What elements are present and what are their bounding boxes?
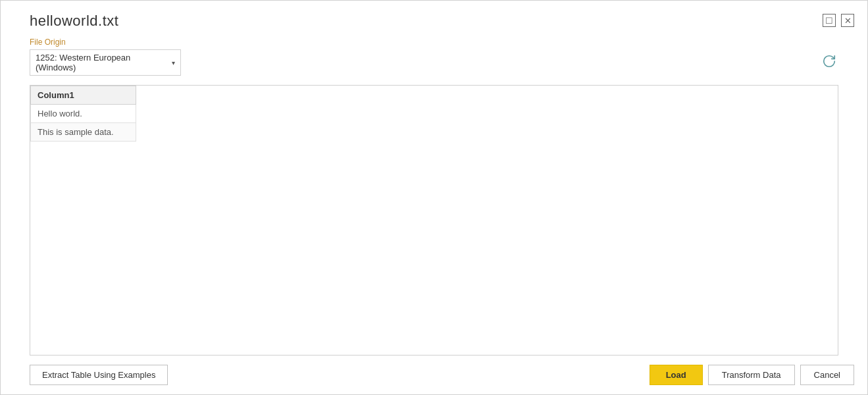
content-area: File Origin 1252: Western European (Wind… [1,30,867,356]
file-origin-value: 1252: Western European (Windows) [36,53,166,72]
close-button[interactable]: ✕ [841,14,854,27]
table-body: Hello world.This is sample data. [31,105,136,142]
cancel-button[interactable]: Cancel [800,365,854,385]
load-button[interactable]: Load [650,365,703,385]
footer-right: Load Transform Data Cancel [650,365,854,385]
table-row: Hello world. [31,105,136,123]
close-icon: ✕ [844,16,852,26]
extract-table-button[interactable]: Extract Table Using Examples [30,365,168,385]
column-header-1: Column1 [31,86,136,105]
footer-left: Extract Table Using Examples [30,365,168,385]
dropdown-arrow-icon: ▾ [172,59,175,66]
window-title: helloworld.txt [30,13,118,30]
table-header: Column1 [31,86,136,105]
footer: Extract Table Using Examples Load Transf… [1,356,867,394]
file-origin-dropdown[interactable]: 1252: Western European (Windows) ▾ [30,49,181,76]
title-bar: helloworld.txt ☐ ✕ [1,1,867,30]
table-header-row: Column1 [31,86,136,105]
file-origin-row: 1252: Western European (Windows) ▾ [30,49,838,76]
refresh-icon [822,54,836,71]
data-table: Column1 Hello world.This is sample data. [30,86,136,142]
minimize-button[interactable]: ☐ [823,14,836,27]
table-row: This is sample data. [31,123,136,142]
table-cell: Hello world. [31,105,136,123]
minimize-icon: ☐ [825,16,833,26]
transform-data-button[interactable]: Transform Data [708,365,795,385]
window-controls: ☐ ✕ [823,13,854,27]
data-table-container[interactable]: Column1 Hello world.This is sample data. [30,85,838,356]
main-window: helloworld.txt ☐ ✕ File Origin 1252: Wes… [0,0,868,395]
file-origin-label: File Origin [30,38,838,47]
table-cell: This is sample data. [31,123,136,142]
refresh-button[interactable] [820,53,838,72]
